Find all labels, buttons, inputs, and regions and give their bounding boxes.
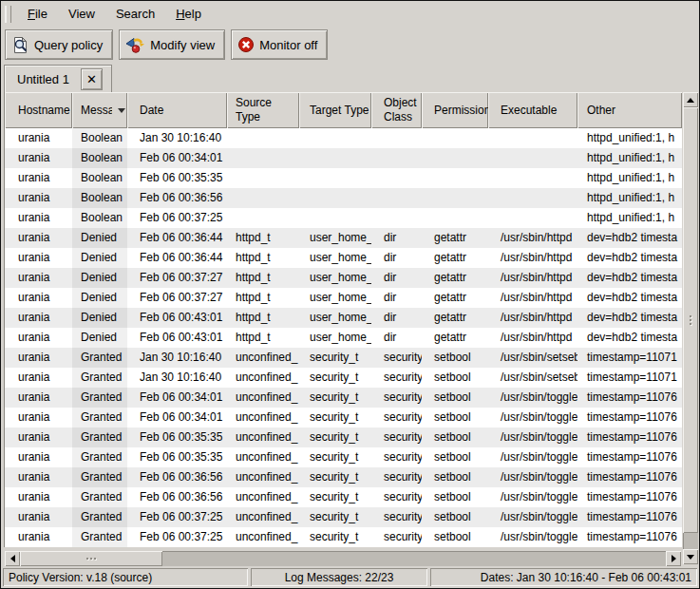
policy-version-panel: Policy Version: v.18 (source) <box>3 568 248 586</box>
cell-date: Feb 06 00:34:01 <box>127 148 227 168</box>
table-row[interactable]: urania Granted Feb 06 00:34:01 unconfine… <box>5 408 682 428</box>
cell-hostname: urania <box>5 368 72 388</box>
cell-hostname: urania <box>5 428 72 447</box>
cell-executable <box>488 188 577 208</box>
table-row[interactable]: urania Boolean Feb 06 00:37:25 httpd_uni… <box>5 208 682 228</box>
table-row[interactable]: urania Granted Feb 06 00:35:35 unconfine… <box>5 447 682 467</box>
table-row[interactable]: urania Granted Feb 06 00:36:56 unconfine… <box>5 487 682 507</box>
cell-other: httpd_unified:1, h <box>577 148 682 168</box>
horizontal-scrollbar[interactable] <box>5 551 681 566</box>
seaudit-window: FileViewSearchHelp Query policy <box>0 0 700 589</box>
column-header-object-class[interactable]: Object Class <box>371 92 422 128</box>
cell-source-type: unconfined_ <box>227 388 299 408</box>
column-header-other[interactable]: Other <box>577 92 682 128</box>
vertical-scrollbar-thumb[interactable] <box>683 107 698 533</box>
cell-source-type: unconfined_ <box>227 368 299 388</box>
cell-target-type: user_home_ <box>299 228 371 248</box>
cell-hostname: urania <box>5 208 72 228</box>
cell-message: Denied <box>72 308 127 328</box>
scroll-left-button[interactable] <box>5 551 20 566</box>
cell-message: Boolean <box>72 148 127 168</box>
table-row[interactable]: urania Granted Feb 06 00:36:56 unconfine… <box>5 467 682 487</box>
column-header-date[interactable]: Date <box>127 92 227 128</box>
cell-object-class: dir <box>371 308 422 328</box>
menubar-grip-handle[interactable] <box>5 6 11 23</box>
table-row[interactable]: urania Denied Feb 06 00:36:44 httpd_t us… <box>5 248 682 268</box>
cell-object-class <box>371 148 422 168</box>
table-row[interactable]: urania Denied Feb 06 00:43:01 httpd_t us… <box>5 308 682 328</box>
table-row[interactable]: urania Granted Feb 06 00:35:35 unconfine… <box>5 428 682 447</box>
arrow-left-icon <box>10 555 15 562</box>
query-policy-button[interactable]: Query policy <box>5 29 113 60</box>
table-row[interactable]: urania Granted Jan 30 10:16:40 unconfine… <box>5 348 682 368</box>
column-header-permission[interactable]: Permission <box>422 92 488 128</box>
column-header-executable[interactable]: Executable <box>488 92 577 128</box>
table-row[interactable]: urania Boolean Feb 06 00:34:01 httpd_uni… <box>5 148 682 168</box>
column-header-target-type[interactable]: Target Type <box>299 92 371 128</box>
cell-permission: getattr <box>422 268 488 288</box>
dates-text: Dates: Jan 30 10:16:40 - Feb 06 00:43:01 <box>481 571 691 584</box>
query-policy-icon <box>11 36 29 54</box>
cell-source-type: unconfined_ <box>227 487 299 507</box>
tab-untitled-1[interactable]: Untitled 1 ✕ <box>4 65 112 92</box>
cell-source-type <box>227 148 299 168</box>
cell-target-type <box>299 208 371 228</box>
column-header-hostname[interactable]: Hostname <box>5 92 72 128</box>
menu-item-view[interactable]: View <box>58 3 105 25</box>
cell-hostname: urania <box>5 467 72 487</box>
scroll-up-button[interactable] <box>683 92 698 107</box>
modify-view-label: Modify view <box>150 38 215 52</box>
cell-permission <box>422 128 488 148</box>
cell-permission: getattr <box>422 328 488 348</box>
cell-hostname: urania <box>5 268 72 288</box>
cell-permission: setbool <box>422 428 488 447</box>
cell-other: timestamp=11076 <box>577 447 682 467</box>
cell-hostname: urania <box>5 128 72 148</box>
table-row[interactable]: urania Granted Feb 06 00:37:25 unconfine… <box>5 507 682 527</box>
cell-source-type: unconfined_ <box>227 447 299 467</box>
table-row[interactable]: urania Granted Feb 06 00:37:25 unconfine… <box>5 527 682 547</box>
table-row[interactable]: urania Granted Feb 06 00:34:01 unconfine… <box>5 388 682 408</box>
cell-hostname: urania <box>5 248 72 268</box>
monitor-off-button[interactable]: Monitor off <box>231 29 328 60</box>
cell-source-type: unconfined_ <box>227 467 299 487</box>
vertical-scrollbar[interactable] <box>683 92 698 564</box>
cell-message: Granted <box>72 368 127 388</box>
menu-item-help[interactable]: Help <box>165 3 212 25</box>
menu-item-file[interactable]: File <box>17 3 58 25</box>
cell-target-type: security_t <box>299 487 371 507</box>
scroll-down-button[interactable] <box>683 549 698 564</box>
table-row[interactable]: urania Denied Feb 06 00:37:27 httpd_t us… <box>5 288 682 308</box>
cell-target-type <box>299 128 371 148</box>
cell-object-class: security <box>371 507 422 527</box>
cell-executable: /usr/sbin/httpd <box>488 308 577 328</box>
cell-permission: setbool <box>422 348 488 368</box>
cell-target-type: user_home_ <box>299 268 371 288</box>
cell-source-type: httpd_t <box>227 268 299 288</box>
column-header-source-type[interactable]: Source Type <box>227 92 299 128</box>
modify-view-button[interactable]: Modify view <box>119 29 225 60</box>
cell-source-type: unconfined_ <box>227 408 299 428</box>
scroll-right-button[interactable] <box>666 551 681 566</box>
cell-message: Granted <box>72 527 127 547</box>
table-row[interactable]: urania Denied Feb 06 00:43:01 httpd_t us… <box>5 328 682 348</box>
cell-other: timestamp=11076 <box>577 507 682 527</box>
cell-target-type: security_t <box>299 408 371 428</box>
table-row[interactable]: urania Granted Jan 30 10:16:40 unconfine… <box>5 368 682 388</box>
menu-item-search[interactable]: Search <box>105 3 165 25</box>
cell-object-class: security <box>371 348 422 368</box>
table-header-row: Hostname Messa Date Source Type Target T… <box>4 92 682 128</box>
cell-source-type <box>227 188 299 208</box>
horizontal-scrollbar-thumb[interactable] <box>20 551 162 566</box>
table-row[interactable]: urania Denied Feb 06 00:36:44 httpd_t us… <box>5 228 682 248</box>
monitor-off-label: Monitor off <box>259 38 317 52</box>
tab-close-button[interactable]: ✕ <box>81 68 103 90</box>
table-row[interactable]: urania Boolean Feb 06 00:36:56 httpd_uni… <box>5 188 682 208</box>
table-row[interactable]: urania Boolean Jan 30 10:16:40 httpd_uni… <box>5 128 682 148</box>
cell-other: httpd_unified:1, h <box>577 188 682 208</box>
table-row[interactable]: urania Denied Feb 06 00:37:27 httpd_t us… <box>5 268 682 288</box>
column-header-message[interactable]: Messa <box>72 92 127 128</box>
cell-executable: /usr/sbin/toggle <box>488 467 577 487</box>
table-row[interactable]: urania Boolean Feb 06 00:35:35 httpd_uni… <box>5 168 682 188</box>
cell-object-class: security <box>371 447 422 467</box>
